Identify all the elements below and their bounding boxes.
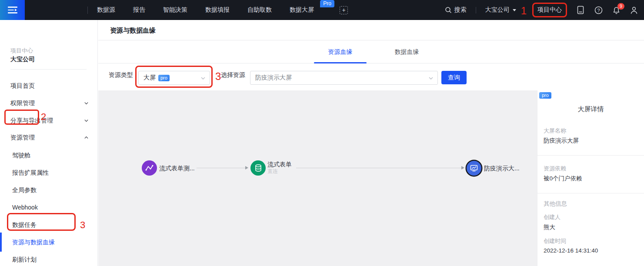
tab-resource-lineage[interactable]: 资源血缘 xyxy=(314,41,367,63)
sidebar-item-data-task[interactable]: 数据任务 xyxy=(12,221,37,229)
sidebar-item-cockpit[interactable]: 驾驶舱 xyxy=(12,152,30,160)
nav-item-datasource[interactable]: 数据源 xyxy=(97,6,115,14)
trend-line-icon xyxy=(145,165,153,171)
chevron-up-icon[interactable] xyxy=(84,135,89,140)
sidebar-item-permission[interactable]: 权限管理 xyxy=(10,100,35,107)
sidebar-item-share-export[interactable]: 分享与导出管理 xyxy=(10,117,53,125)
help-icon[interactable]: ? xyxy=(594,6,603,14)
sidebar-item-project-home[interactable]: 项目首页 xyxy=(10,82,35,90)
nav-menu: 数据源 报告 智能决策 数据填报 自助取数 数据大屏 Pro + xyxy=(97,0,348,20)
chevron-down-icon xyxy=(513,9,516,11)
sidebar-section-label: 项目中心 xyxy=(10,47,33,55)
resource-type-select[interactable]: 大屏 pro xyxy=(138,71,210,85)
annotation-number-1: 1 xyxy=(521,6,527,16)
sidebar-item-report-extended-attrs[interactable]: 报告扩展属性 xyxy=(12,169,49,177)
panel-title: 大屏详情 xyxy=(537,105,644,113)
graph-node-sublabel: 直连 xyxy=(267,168,278,175)
search-icon xyxy=(445,7,452,13)
graph-edge xyxy=(197,168,247,168)
divider xyxy=(10,69,87,70)
sidebar-item-resource-management[interactable]: 资源管理 xyxy=(10,134,35,142)
notification-count-badge: 9 xyxy=(617,3,624,10)
nav-item-data-entry[interactable]: 数据填报 xyxy=(205,6,230,14)
query-button[interactable]: 查询 xyxy=(441,71,467,84)
sidebar-item-refresh-plan[interactable]: 刷新计划 xyxy=(12,256,37,264)
add-module-icon[interactable]: + xyxy=(340,6,348,14)
chevron-down-icon xyxy=(200,76,206,81)
screen-name-label: 大屏名称 xyxy=(544,127,566,135)
creator-value: 熊大 xyxy=(544,223,555,231)
nav-item-big-screen[interactable]: 数据大屏 Pro xyxy=(290,6,314,14)
graph-node-epidemic-screen[interactable] xyxy=(467,161,481,176)
sidebar-org-name: 大宝公司 xyxy=(10,56,35,63)
navbar-right: 搜索 大宝公司 1 项目中心 ? 9 xyxy=(445,0,638,20)
detail-panel: pro 大屏详情 大屏名称 防疫演示大屏 资源依赖 被0个门户依赖 其他信息 创… xyxy=(537,90,644,266)
filter-bar: 资源类型 大屏 pro 选择资源 防疫演示大屏 查询 xyxy=(98,64,644,90)
svg-text:?: ? xyxy=(597,7,600,13)
divider xyxy=(537,155,644,156)
notifications-button[interactable]: 9 xyxy=(612,6,621,14)
nav-item-self-service[interactable]: 自助取数 xyxy=(247,6,272,14)
mobile-app-icon[interactable] xyxy=(576,6,585,14)
search-button[interactable]: 搜索 xyxy=(445,6,467,14)
pro-badge: pro xyxy=(539,92,551,99)
pro-badge: Pro xyxy=(320,0,334,7)
annotation-number-3-filter: 3 xyxy=(215,71,221,82)
other-info-section-label: 其他信息 xyxy=(544,200,567,208)
graph-node-label: 流式表单测... xyxy=(159,165,195,173)
org-switcher[interactable]: 大宝公司 xyxy=(485,6,516,14)
divider xyxy=(537,193,644,193)
sidebar-item-resource-data-lineage[interactable]: 资源与数据血缘 xyxy=(12,239,55,246)
chevron-down-icon xyxy=(428,76,434,81)
dependency-value: 被0个门户依赖 xyxy=(544,175,582,183)
navbar-divider xyxy=(476,7,476,13)
annotation-number-2: 2 xyxy=(41,112,46,122)
sidebar-item-global-params[interactable]: 全局参数 xyxy=(12,186,37,194)
screen-name-value: 防疫演示大屏 xyxy=(544,137,579,145)
page-header: 资源与数据血缘 xyxy=(98,20,644,40)
created-time-value: 2022-12-16 14:31:40 xyxy=(544,247,598,254)
lineage-graph-canvas[interactable]: 流式表单测... 流式表单 直连 防疫演示大... xyxy=(98,90,537,266)
sidebar-item-webhook[interactable]: Webhook xyxy=(12,204,38,211)
database-icon xyxy=(255,164,262,172)
dependency-label: 资源依赖 xyxy=(544,165,566,173)
tabs-bar: 资源血缘 数据血缘 xyxy=(98,41,644,63)
page-title: 资源与数据血缘 xyxy=(110,27,156,35)
resource-type-label: 资源类型 xyxy=(109,71,133,79)
created-time-label: 创建时间 xyxy=(544,237,566,245)
hamburger-icon xyxy=(8,7,17,13)
dashboard-screen-icon xyxy=(470,165,478,172)
active-item-indicator xyxy=(0,233,2,252)
graph-edge xyxy=(296,168,464,168)
chevron-down-icon[interactable] xyxy=(84,101,89,106)
graph-node-stream-form-test[interactable] xyxy=(142,160,157,176)
nav-item-smart-decision[interactable]: 智能决策 xyxy=(163,6,187,14)
graph-node-stream-form[interactable] xyxy=(250,160,266,176)
annotation-number-3: 3 xyxy=(80,220,85,230)
tab-data-lineage[interactable]: 数据血缘 xyxy=(380,41,433,63)
chevron-down-icon[interactable] xyxy=(84,118,89,123)
nav-item-report[interactable]: 报告 xyxy=(133,6,145,14)
user-avatar[interactable] xyxy=(630,6,638,14)
top-navbar: 数据源 报告 智能决策 数据填报 自助取数 数据大屏 Pro + 搜索 大宝公司… xyxy=(0,0,644,20)
page: 数据源 报告 智能决策 数据填报 自助取数 数据大屏 Pro + 搜索 大宝公司… xyxy=(0,0,644,266)
graph-node-label: 防疫演示大... xyxy=(484,165,520,173)
collapse-menu-button[interactable] xyxy=(0,0,25,20)
resource-select[interactable]: 防疫演示大屏 xyxy=(250,71,438,85)
select-resource-label: 选择资源 xyxy=(221,71,245,79)
pro-badge: pro xyxy=(158,75,170,81)
navbar-divider xyxy=(87,7,88,14)
active-tab-underline xyxy=(314,62,367,63)
creator-label: 创建人 xyxy=(544,213,561,221)
project-center-button[interactable]: 项目中心 xyxy=(532,3,567,17)
